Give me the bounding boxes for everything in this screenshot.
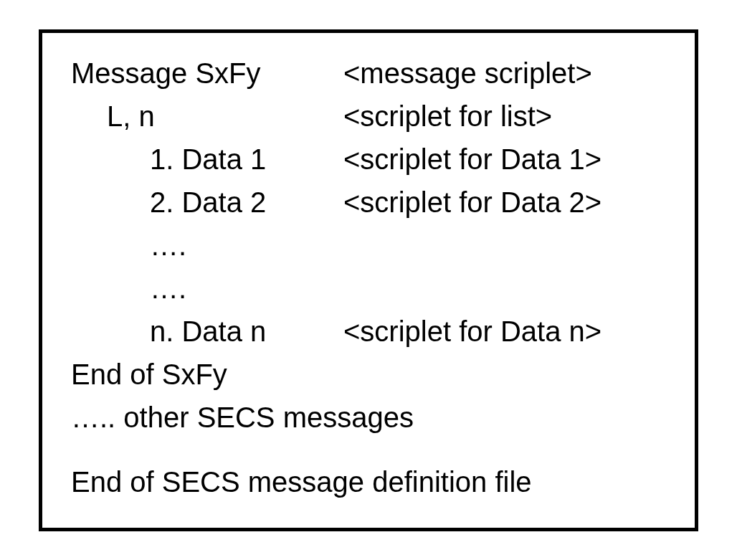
row-right: <scriplet for Data 2>	[343, 184, 666, 221]
line-end-sxfy: End of SxFy	[71, 356, 666, 393]
message-definition-box: Message SxFy <message scriplet> L, n <sc…	[39, 29, 698, 531]
row-left: Message SxFy	[71, 54, 343, 92]
row-data-2: 2. Data 2 <scriplet for Data 2>	[71, 184, 666, 221]
row-right: <message scriplet>	[343, 54, 666, 92]
row-list: L, n <scriplet for list>	[71, 98, 666, 135]
row-right	[343, 270, 666, 307]
row-right	[343, 227, 666, 264]
row-left: L, n	[71, 98, 343, 135]
row-left: ….	[71, 227, 343, 264]
row-left: n. Data n	[71, 313, 343, 350]
row-right: <scriplet for list>	[343, 98, 666, 135]
row-data-1: 1. Data 1 <scriplet for Data 1>	[71, 141, 666, 178]
row-left: ….	[71, 270, 343, 307]
row-ellipsis-1: ….	[71, 227, 666, 264]
line-end-file: End of SECS message definition file	[71, 463, 666, 500]
row-message: Message SxFy <message scriplet>	[71, 54, 666, 92]
row-right: <scriplet for Data 1>	[343, 141, 666, 178]
blank-line	[71, 442, 666, 463]
row-data-n: n. Data n <scriplet for Data n>	[71, 313, 666, 350]
line-other-messages: ….. other SECS messages	[71, 399, 666, 436]
row-ellipsis-2: ….	[71, 270, 666, 307]
row-left: 1. Data 1	[71, 141, 343, 178]
row-right: <scriplet for Data n>	[343, 313, 666, 350]
row-left: 2. Data 2	[71, 184, 343, 221]
